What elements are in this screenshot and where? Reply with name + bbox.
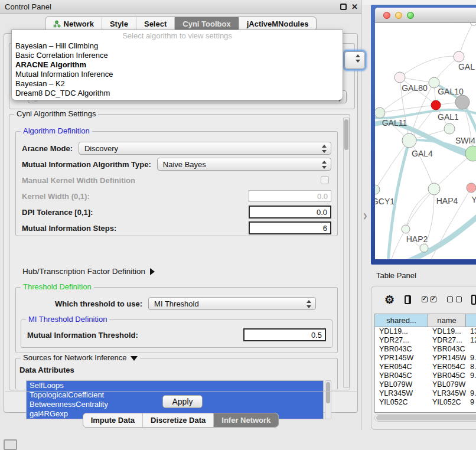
table-cell: 9. (466, 354, 476, 363)
combo-spinner-icon (307, 300, 311, 308)
algorithm-combo-fragment[interactable] (344, 51, 365, 69)
which-threshold-combo[interactable]: MI Threshold (148, 297, 316, 310)
manual-kernel-row: Manual Kernel Width Definition (22, 174, 331, 187)
network-edge (400, 56, 459, 77)
network-node[interactable] (467, 183, 476, 193)
table-cell: YIL052C (428, 398, 466, 405)
table-cell: YDR27... (375, 336, 428, 345)
zoom-traffic-light-icon[interactable] (407, 12, 414, 19)
network-node[interactable] (470, 23, 476, 25)
network-node[interactable] (402, 225, 410, 233)
tab-label: Select (144, 19, 167, 28)
tab-network[interactable]: Network (45, 17, 102, 31)
tab-style[interactable]: Style (102, 17, 136, 31)
tab-discretize-data[interactable]: Discretize Data (142, 413, 213, 427)
column-header-name[interactable]: name (428, 314, 466, 327)
table-cell: 9 (466, 398, 476, 405)
table-cell: YBR043C (375, 345, 428, 354)
network-edge (409, 141, 434, 189)
node-label-hap4: HAP4 (436, 196, 458, 206)
kernel-width-label: Kernel Width (0,1): (22, 192, 90, 201)
table-row[interactable]: YDL19...YDL19...13 (375, 327, 476, 336)
network-node[interactable] (395, 72, 405, 83)
table-cell: YPR145W (375, 354, 428, 363)
column-header-shared[interactable]: shared... (375, 314, 428, 327)
network-node[interactable] (455, 95, 470, 109)
deselect-all-icon[interactable] (447, 296, 462, 302)
scrollbar-thumb[interactable] (376, 415, 476, 420)
manual-kernel-checkbox[interactable] (321, 176, 329, 184)
network-canvas[interactable]: GALGAL80GAL10GAL1GAL11SWI4GAL4GCY1HAP4YH… (375, 23, 476, 259)
new-table-icon[interactable] (471, 295, 476, 305)
which-threshold-row: Which threshold to use: MI Threshold (55, 297, 316, 310)
splitter-handle[interactable]: ❯ (363, 213, 367, 219)
infer-network-content-panel: gal-filtered.sif default node Select alg… (4, 33, 358, 413)
tab-jactivemnodules[interactable]: jActiveMNodules (239, 17, 317, 31)
network-window-titlebar[interactable] (375, 8, 476, 23)
network-node[interactable] (428, 183, 440, 195)
mi-threshold-field[interactable]: 0.5 (243, 328, 326, 341)
network-node[interactable] (375, 185, 380, 194)
network-node[interactable] (420, 244, 428, 252)
dropdown-item-basic-correlation-inference[interactable]: Basic Correlation Inference (12, 51, 343, 60)
checked-box-icon (431, 296, 436, 302)
aracne-mode-combo[interactable]: Discovery (79, 142, 331, 155)
scrollbar-thumb[interactable] (326, 382, 330, 403)
dropdown-item-dream8-dc-tdc-algorithm[interactable]: Dream8 DC_TDC Algorithm (12, 89, 343, 98)
network-node[interactable] (444, 123, 455, 134)
network-mac-window: GALGAL80GAL10GAL1GAL11SWI4GAL4GCY1HAP4YH… (375, 8, 476, 259)
unchecked-box-icon (456, 296, 462, 302)
network-node[interactable] (375, 107, 385, 118)
minimize-traffic-light-icon[interactable] (395, 12, 402, 19)
table-row[interactable]: YBR045CYBR045C9. (375, 371, 476, 380)
table-horizontal-scrollbar[interactable] (374, 414, 476, 422)
table-row[interactable]: YBR043CYBR043C (375, 345, 476, 354)
network-node[interactable] (402, 133, 416, 148)
table-row[interactable]: YER054CYER054C8. (375, 363, 476, 371)
table-row[interactable]: YPR145WYPR145W9. (375, 354, 476, 363)
settings-scrollbar[interactable] (343, 118, 350, 388)
mi-type-combo[interactable]: Naive Bayes (157, 158, 331, 171)
float-window-icon[interactable] (340, 4, 347, 10)
sources-group-title[interactable]: Sources for Network Inference (21, 353, 140, 362)
apply-button[interactable]: Apply (162, 395, 203, 408)
algorithm-dropdown-popup: Select algorithm to view settings Bayesi… (11, 30, 343, 100)
node-label-gal: GAL (458, 62, 475, 71)
table-row[interactable]: YLR345WYLR345W9. (375, 389, 476, 398)
table-cell: 9. (466, 371, 476, 380)
network-edge (406, 189, 434, 229)
kernel-width-row: Kernel Width (0,1): 0.0 (22, 190, 331, 203)
tab-impute-data[interactable]: Impute Data (83, 413, 142, 427)
mi-threshold-definition-group: MI Threshold Definition Mutual Informati… (21, 319, 332, 348)
tab-cyni-toolbox[interactable]: Cyni Toolbox (174, 17, 238, 31)
mi-threshold-value: 0.5 (311, 331, 322, 340)
tab-select[interactable]: Select (136, 17, 174, 31)
which-threshold-value: MI Threshold (154, 299, 199, 308)
gear-icon[interactable]: ⚙ (384, 294, 395, 305)
control-panel-window: Control Panel ✕ NetworkStyleSelectCyni T… (0, 0, 362, 430)
dpi-tolerance-label: DPI Tolerance [0,1]: (22, 208, 93, 217)
dropdown-item-aracne-algorithm[interactable]: ARACNE Algorithm (12, 60, 343, 70)
close-icon[interactable]: ✕ (351, 2, 358, 11)
dropdown-item-mutual-information-inference[interactable]: Mutual Information Inference (12, 70, 343, 79)
attribute-item-selfloops[interactable]: SelfLoops (27, 381, 323, 390)
minimized-panel-stub[interactable] (4, 439, 17, 450)
scrollbar-thumb[interactable] (344, 119, 348, 150)
tab-infer-network[interactable]: Infer Network (213, 413, 278, 427)
table-row[interactable]: YDR27...YDR27...12 (375, 336, 476, 345)
combo-spinner-icon (322, 145, 327, 153)
network-node[interactable] (431, 100, 441, 110)
mi-steps-field[interactable]: 6 (249, 221, 331, 234)
close-traffic-light-icon[interactable] (383, 12, 390, 19)
table-row[interactable]: YIL052CYIL052C9 (375, 398, 476, 405)
dropdown-item-bayesian-hill-climbing[interactable]: Bayesian – Hill Climbing (12, 41, 343, 51)
select-all-icon[interactable] (422, 296, 436, 302)
kernel-width-field[interactable]: 0.0 (249, 190, 331, 202)
hub-tf-section-toggle[interactable]: Hub/Transcription Factor Definition (22, 267, 155, 276)
table-row[interactable]: YBL079WYBL079W (375, 380, 476, 389)
dpi-tolerance-field[interactable]: 0.0 (249, 206, 331, 219)
network-node[interactable] (454, 51, 464, 62)
column-layout-icon[interactable] (405, 295, 410, 304)
dropdown-item-bayesian-k2[interactable]: Bayesian – K2 (12, 79, 343, 89)
column-header-extra[interactable] (466, 314, 476, 327)
